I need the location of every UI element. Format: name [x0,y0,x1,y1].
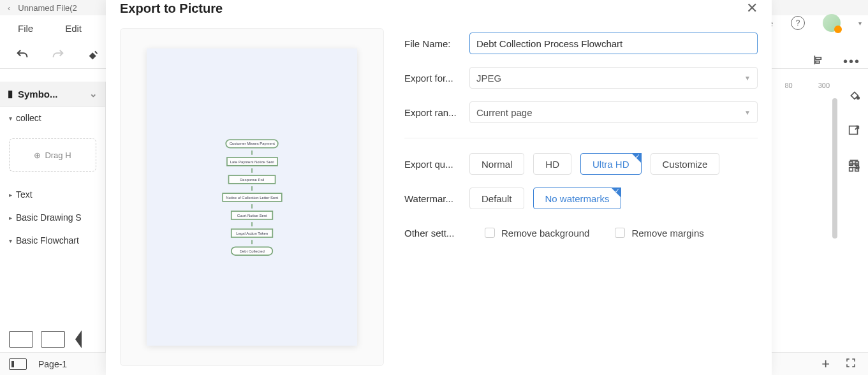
flow-node: Customer Misses Payment [225,139,278,148]
flow-node: Late Payment Notice Sent [226,157,277,166]
list-icon[interactable] [847,157,861,171]
watermark-default-button[interactable]: Default [469,188,524,209]
drag-dropzone[interactable]: ⊕ Drag H [9,138,96,172]
page-tab[interactable]: Page-1 [38,359,67,369]
filename-input[interactable] [469,33,758,54]
remove-background-checkbox[interactable]: Remove background [485,228,589,239]
export-icon[interactable] [847,124,861,138]
range-label: Export ran... [404,107,459,118]
section-basic-drawing[interactable]: ▸Basic Drawing S [0,206,105,229]
quality-hd-button[interactable]: HD [533,153,571,175]
avatar-chevron-icon[interactable]: ▾ [858,20,862,27]
svg-rect-2 [816,61,820,63]
window-filename: Unnamed File(2 [18,3,77,13]
menu-file[interactable]: File [18,23,33,34]
flow-node: Response Poll [228,175,276,184]
other-label: Other sett... [404,228,459,239]
filename-label: File Name: [404,38,459,49]
shape-arrow[interactable] [75,330,82,348]
quality-normal-button[interactable]: Normal [469,153,524,175]
quality-customize-button[interactable]: Customize [651,153,720,175]
quality-ultrahd-button[interactable]: Ultra HD✓ [580,153,642,175]
shape-rect[interactable] [41,331,65,348]
flow-node: Debt Collected [231,246,273,255]
preview-pane: Customer Misses Payment Late Payment Not… [120,28,384,366]
undo-icon[interactable] [15,48,29,62]
svg-point-12 [856,166,859,169]
section-label: Basic Drawing S [16,212,82,223]
export-dialog: Export to Picture ✕ Customer Misses Paym… [106,0,772,375]
chevron-down-icon: ▼ [744,75,751,82]
shape-rect[interactable] [9,331,33,348]
section-label: collect [16,113,41,123]
dropzone-label: Drag H [45,151,71,160]
pages-icon[interactable] [9,358,27,370]
chevron-down-icon: ▼ [744,109,751,116]
page-preview: Customer Misses Payment Late Payment Not… [147,48,357,346]
svg-rect-1 [816,57,821,59]
ruler-tick: 300 [818,82,830,89]
plus-icon: ⊕ [34,151,41,160]
remove-margins-checkbox[interactable]: Remove margins [615,228,703,239]
dialog-title: Export to Picture [120,1,223,16]
scrollbar[interactable] [832,98,837,239]
quality-label: Export qu... [404,159,459,170]
panel-title: Symbo... [18,89,58,99]
svg-point-3 [857,97,860,99]
range-value: Current page [476,107,533,118]
menu-edit[interactable]: Edit [65,23,82,34]
close-icon[interactable]: ✕ [746,0,758,17]
paint-bucket-icon[interactable] [847,88,861,102]
range-select[interactable]: Current page ▼ [469,101,758,123]
add-page-icon[interactable]: + [821,356,830,372]
format-select[interactable]: JPEG ▼ [469,67,758,89]
section-text[interactable]: ▸Text [0,183,105,206]
flow-node: Notice of Collection Letter Sent [222,193,282,202]
section-label: Text [16,189,33,200]
format-label: Export for... [404,73,459,84]
back-icon[interactable]: ‹ [8,3,10,13]
avatar[interactable] [823,14,841,32]
flow-node: Court Notice Sent [231,210,273,219]
watermark-none-button[interactable]: No watermarks✓ [533,188,622,209]
format-painter-icon[interactable] [87,48,101,62]
redo-icon[interactable] [51,48,65,62]
section-basic-flowchart[interactable]: ▾Basic Flowchart [0,229,105,252]
more-icon[interactable]: ••• [843,54,860,69]
ruler-tick: 80 [784,82,792,89]
collapse-icon[interactable]: ⌄ [89,88,98,99]
symbols-icon: ▮ [8,88,13,99]
svg-rect-4 [850,126,858,135]
help-icon[interactable]: ? [791,16,805,30]
fullscreen-icon[interactable] [845,357,857,371]
format-value: JPEG [476,73,501,84]
watermark-label: Watermar... [404,193,459,204]
align-left-icon[interactable] [813,54,825,69]
flow-node: Legal Action Taken [231,228,273,237]
section-collect[interactable]: ▾collect [0,107,105,129]
section-label: Basic Flowchart [16,235,79,246]
